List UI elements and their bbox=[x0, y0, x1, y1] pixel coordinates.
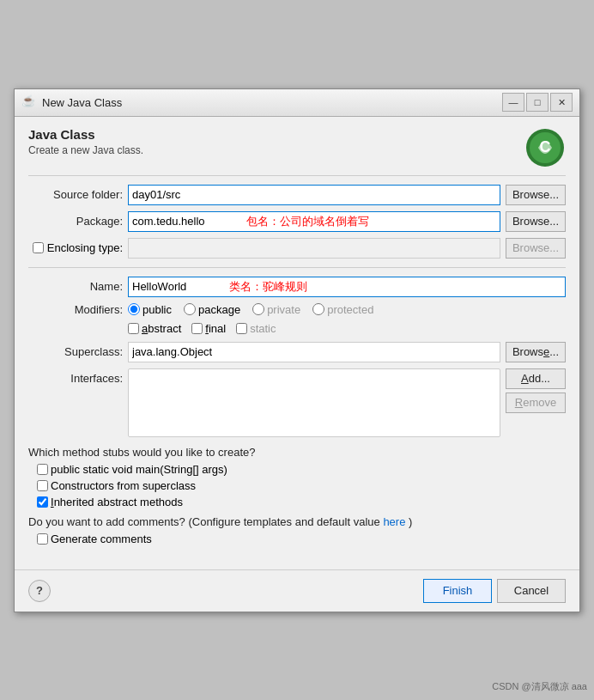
generate-comments-item: Generate comments bbox=[37, 533, 566, 545]
modifiers-label: Modifiers: bbox=[28, 303, 123, 316]
superclass-browse-button[interactable]: Browse... bbox=[506, 342, 566, 362]
separator-1 bbox=[28, 267, 566, 268]
stubs-section: Which method stubs would you like to cre… bbox=[28, 446, 566, 508]
name-row: Name: 类名：驼峰规则 bbox=[28, 277, 566, 297]
static-checkbox-item: static bbox=[236, 322, 276, 335]
interfaces-buttons: Add... Remove bbox=[506, 368, 566, 437]
comments-section: Do you want to add comments? (Configure … bbox=[28, 515, 566, 545]
source-folder-label: Source folder: bbox=[28, 188, 123, 201]
name-label: Name: bbox=[28, 280, 123, 293]
radio-private-input[interactable] bbox=[252, 303, 264, 315]
name-input[interactable] bbox=[128, 277, 566, 297]
eclipse-logo: C bbox=[524, 127, 566, 168]
abstract-label: abstract bbox=[142, 322, 181, 335]
radio-private: private bbox=[252, 303, 300, 316]
window-title: New Java Class bbox=[42, 96, 122, 109]
radio-public-input[interactable] bbox=[128, 303, 140, 315]
comments-text-start: Do you want to add comments? (Configure … bbox=[28, 515, 380, 528]
modifiers-radio-group: public package private protected bbox=[128, 303, 373, 316]
title-bar-left: ☕ New Java Class bbox=[21, 94, 122, 110]
interfaces-area: Interfaces: Add... Remove bbox=[28, 368, 566, 437]
generate-comments-label: Generate comments bbox=[51, 533, 152, 545]
stub-main-item: public static void main(String[] args) bbox=[37, 463, 566, 476]
form-section-1: Source folder: Browse... Package: 包名：公司的… bbox=[28, 185, 566, 259]
stubs-title: Which method stubs would you like to cre… bbox=[28, 446, 566, 459]
enclosing-input[interactable] bbox=[128, 238, 500, 259]
enclosing-label: Enclosing type: bbox=[47, 241, 123, 254]
stub-inherited-label: Inherited abstract methods bbox=[51, 496, 183, 508]
comments-link[interactable]: here bbox=[383, 515, 405, 528]
enclosing-checkbox-label-row: Enclosing type: bbox=[28, 241, 123, 254]
dialog-content: Java Class Create a new Java class. C So… bbox=[15, 117, 579, 569]
radio-package-input[interactable] bbox=[184, 303, 196, 315]
stub-main-label: public static void main(String[] args) bbox=[51, 463, 227, 476]
package-row: Package: 包名：公司的域名倒着写 Browse... bbox=[28, 211, 566, 232]
radio-protected-input[interactable] bbox=[312, 303, 324, 315]
stub-constructor-checkbox[interactable] bbox=[37, 480, 48, 491]
radio-package-label: package bbox=[198, 303, 240, 316]
comments-checkboxes: Generate comments bbox=[37, 533, 566, 545]
stub-inherited-item: Inherited abstract methods bbox=[37, 496, 566, 508]
interfaces-label: Interfaces: bbox=[28, 368, 123, 437]
package-input[interactable] bbox=[128, 211, 500, 232]
package-label: Package: bbox=[28, 215, 123, 228]
package-browse-button[interactable]: Browse... bbox=[506, 211, 566, 232]
source-folder-browse-button[interactable]: Browse... bbox=[506, 185, 566, 205]
interfaces-listbox[interactable] bbox=[128, 368, 500, 437]
superclass-label: Superclass: bbox=[28, 345, 123, 358]
stubs-checkboxes: public static void main(String[] args) C… bbox=[37, 463, 566, 508]
cancel-button[interactable]: Cancel bbox=[497, 579, 566, 603]
window-icon: ☕ bbox=[21, 94, 37, 110]
help-button[interactable]: ? bbox=[28, 580, 51, 602]
abstract-checkbox[interactable] bbox=[128, 323, 139, 334]
modifier-checkboxes: abstract final static bbox=[128, 322, 566, 335]
bottom-buttons: Finish Cancel bbox=[423, 579, 566, 603]
radio-package: package bbox=[184, 303, 240, 316]
stub-inherited-checkbox[interactable] bbox=[37, 496, 48, 508]
source-folder-input[interactable] bbox=[128, 185, 500, 205]
radio-public: public bbox=[128, 303, 172, 316]
stub-main-checkbox[interactable] bbox=[37, 464, 48, 475]
modifiers-row: Modifiers: public package private bbox=[28, 303, 566, 316]
abstract-checkbox-item: abstract bbox=[128, 322, 181, 335]
final-checkbox-item: final bbox=[191, 322, 226, 335]
static-checkbox[interactable] bbox=[236, 323, 247, 334]
radio-protected-label: protected bbox=[327, 303, 373, 316]
comments-text-end: ) bbox=[409, 515, 412, 528]
enclosing-checkbox[interactable] bbox=[33, 242, 44, 253]
bottom-bar: ? Finish Cancel bbox=[15, 569, 579, 612]
finish-button[interactable]: Finish bbox=[423, 579, 492, 603]
remove-interface-button[interactable]: Remove bbox=[506, 393, 566, 413]
dialog-window: ☕ New Java Class — □ ✕ Java Class Create… bbox=[14, 88, 580, 612]
enclosing-row: Enclosing type: Browse... bbox=[28, 238, 566, 259]
static-label: static bbox=[250, 322, 276, 335]
superclass-row: Superclass: Browse... bbox=[28, 342, 566, 362]
stub-constructor-label: Constructors from superclass bbox=[51, 479, 196, 492]
superclass-input[interactable] bbox=[128, 342, 500, 362]
form-section-2: Name: 类名：驼峰规则 Modifiers: public package bbox=[28, 277, 566, 437]
radio-protected: protected bbox=[312, 303, 373, 316]
final-checkbox[interactable] bbox=[191, 323, 203, 334]
svg-text:C: C bbox=[540, 138, 551, 155]
dialog-heading: Java Class bbox=[28, 127, 143, 142]
dialog-header: Java Class Create a new Java class. C bbox=[28, 127, 566, 176]
enclosing-browse-button[interactable]: Browse... bbox=[506, 238, 566, 259]
add-interface-button[interactable]: Add... bbox=[506, 368, 566, 389]
minimize-button[interactable]: — bbox=[502, 93, 524, 112]
radio-public-label: public bbox=[142, 303, 172, 316]
dialog-header-text: Java Class Create a new Java class. bbox=[28, 127, 143, 156]
close-button[interactable]: ✕ bbox=[550, 93, 573, 112]
radio-private-label: private bbox=[267, 303, 300, 316]
watermark: CSDN @清风微凉 aaa bbox=[492, 680, 587, 693]
maximize-button[interactable]: □ bbox=[526, 93, 549, 112]
dialog-subtitle: Create a new Java class. bbox=[28, 144, 143, 156]
source-folder-row: Source folder: Browse... bbox=[28, 185, 566, 205]
comments-text: Do you want to add comments? (Configure … bbox=[28, 515, 566, 528]
generate-comments-checkbox[interactable] bbox=[37, 533, 48, 545]
title-bar: ☕ New Java Class — □ ✕ bbox=[15, 89, 579, 117]
stub-constructor-item: Constructors from superclass bbox=[37, 479, 566, 492]
final-label: final bbox=[205, 322, 226, 335]
title-bar-buttons: — □ ✕ bbox=[502, 93, 573, 112]
